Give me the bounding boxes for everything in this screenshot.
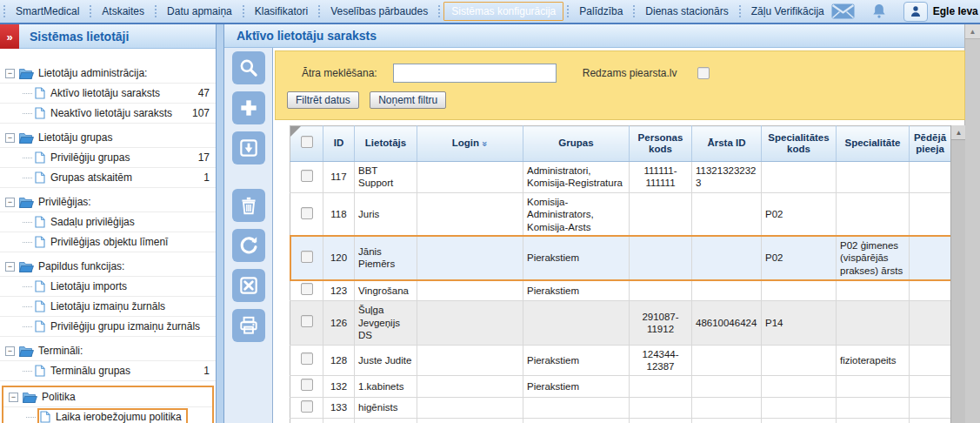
- table-row[interactable]: 128Juste JuditePierakstiem124344-12387fi…: [290, 345, 951, 376]
- bell-icon[interactable]: [870, 3, 888, 20]
- tree-item-akt-vo-lietot-ju-saraksts[interactable]: Aktīvo lietotāju saraksts47: [0, 84, 216, 104]
- delete-button[interactable]: [232, 189, 265, 222]
- splitter[interactable]: [216, 24, 224, 423]
- tree-folder-termin-li[interactable]: −Termināli:: [0, 341, 216, 361]
- table-row[interactable]: 1321.kabinetsPierakstiem: [290, 376, 951, 397]
- column-header-specialit-te[interactable]: Specialitāte: [837, 126, 910, 162]
- tree-item-sada-u-privil-ijas[interactable]: Sadaļu privilēģijas: [0, 212, 216, 232]
- export-button[interactable]: [232, 269, 265, 302]
- select-all-checkbox[interactable]: [301, 136, 313, 148]
- tree-folder-papildus-funkcijas[interactable]: −Papildus funkcijas:: [0, 257, 216, 277]
- refresh-icon: [237, 234, 260, 257]
- menu-item-pal-dz-ba[interactable]: Palīdzība: [572, 3, 630, 20]
- add-button[interactable]: [232, 91, 265, 124]
- menu-item-dienas-stacion-rs[interactable]: Dienas stacionārs: [638, 3, 735, 20]
- row-checkbox[interactable]: [301, 379, 313, 391]
- remove-filter-button[interactable]: Noņemt filtru: [370, 91, 446, 109]
- row-select-cell: [290, 301, 323, 345]
- cell-arsta_id: [692, 345, 762, 376]
- main-scrollbar[interactable]: ▲: [964, 24, 980, 423]
- column-header-specialit-tes-kods[interactable]: Specialitātes kods: [762, 126, 837, 162]
- table-row[interactable]: 123VingrošanaPierakstiem: [290, 280, 951, 301]
- tree-item-neakt-vo-lietot-ju-saraksts[interactable]: Neaktīvo lietotāju saraksts107: [0, 104, 216, 124]
- collapse-expander-icon[interactable]: −: [5, 262, 15, 272]
- column-label: Login: [452, 138, 479, 148]
- search-button[interactable]: [232, 51, 265, 84]
- column-header-id[interactable]: ID: [323, 126, 355, 162]
- tree-folder-politika[interactable]: −Politika: [3, 387, 212, 407]
- cell-grupas: Komisija-Administrators, Komisija-Arsts: [523, 192, 630, 236]
- mail-icon[interactable]: [831, 3, 855, 19]
- tree-item-privil-iju-grupu-izmai-u-urn-ls[interactable]: Privilēģiju grupu izmaiņu žurnāls: [0, 317, 216, 337]
- row-checkbox[interactable]: [301, 352, 313, 365]
- tree-folder-lietot-ju-administr-cija[interactable]: −Lietotāju administrācija:: [0, 64, 216, 84]
- tree-folder-lietot-ju-grupas[interactable]: −Lietotāju grupas: [0, 128, 216, 148]
- column-header-login[interactable]: Login»: [417, 126, 523, 162]
- sidebar-collapse-button[interactable]: »: [0, 24, 19, 49]
- tree-item-lietot-ju-imports[interactable]: Lietotāju imports: [0, 277, 216, 297]
- tree-item-privil-ijas-objektu-l-men[interactable]: Privilēģijas objektu līmenī: [0, 232, 216, 252]
- table-row[interactable]: 133higēnists: [290, 397, 951, 418]
- row-checkbox[interactable]: [301, 207, 313, 219]
- column-header-lietot-js[interactable]: Lietotājs: [355, 126, 417, 162]
- refresh-button[interactable]: [232, 229, 265, 262]
- filter-button[interactable]: Filtrēt datus: [287, 91, 359, 109]
- cell-personas_kods: [630, 280, 692, 301]
- page-icon: [35, 365, 45, 377]
- tree-guide-line: [23, 242, 32, 243]
- menu-item-atskaites[interactable]: Atskaites: [95, 3, 151, 20]
- scroll-up-icon[interactable]: ▲: [965, 24, 980, 39]
- user-button[interactable]: [903, 2, 928, 22]
- collapse-expander-icon[interactable]: −: [5, 198, 15, 207]
- row-checkbox[interactable]: [301, 315, 313, 327]
- tree-item-termin-lu-grupas[interactable]: Terminālu grupas1: [0, 361, 216, 381]
- row-checkbox[interactable]: [301, 170, 313, 182]
- cell-login: [417, 419, 523, 423]
- collapse-expander-icon[interactable]: −: [9, 393, 18, 402]
- row-select-cell: [290, 162, 323, 193]
- menu-item-z-u-verifik-cija[interactable]: Zāļu Verifikācija: [744, 3, 831, 20]
- cell-specialitate: [837, 301, 910, 345]
- cell-pedeja_pieeja: [910, 419, 951, 423]
- tree-item-laika-ierobe-ojumu-politika[interactable]: Laika ierobežojumu politika: [3, 407, 212, 423]
- collapse-expander-icon[interactable]: −: [5, 133, 15, 143]
- column-header-personas-kods[interactable]: Personas kods: [630, 126, 692, 162]
- menu-item-vesel-bas-p-rbaudes[interactable]: Veselības pārbaudes: [323, 3, 435, 20]
- print-button[interactable]: [232, 309, 265, 342]
- tree-folder-privil-ijas[interactable]: −Privilēģijas:: [0, 192, 216, 212]
- row-checkbox[interactable]: [301, 251, 313, 263]
- collapse-expander-icon[interactable]: −: [5, 69, 15, 78]
- cell-id: 118: [323, 192, 355, 236]
- table-row[interactable]: 120Jānis PiemērsPierakstiemP02P02 ģimene…: [290, 236, 951, 279]
- menu-item-sist-mas-konfigur-cija[interactable]: Sistēmas konfigurācija: [443, 2, 563, 21]
- table-row[interactable]: 117BBT SupportAdministratori, Komisija-R…: [290, 162, 951, 193]
- menu-item-smartmedical[interactable]: SmartMedical: [9, 3, 86, 20]
- quick-search-input[interactable]: [393, 64, 557, 83]
- table-scrollbar[interactable]: ▲: [950, 125, 965, 423]
- menu-item-klasifikatori[interactable]: Klasifikatori: [248, 3, 315, 20]
- import-button[interactable]: [232, 131, 265, 164]
- scroll-up-icon[interactable]: ▲: [951, 125, 965, 140]
- menu-item-datu-apmai-a[interactable]: Datu apmaiņa: [160, 3, 239, 20]
- tree-item-grupas-atskait-m[interactable]: Grupas atskaitēm1: [0, 168, 216, 188]
- row-checkbox[interactable]: [301, 283, 313, 295]
- table-row[interactable]: 141Grigors Oļegs020966-1020845410008874P…: [290, 419, 951, 423]
- column-header-rsta-id[interactable]: Ārsta ID: [692, 126, 762, 162]
- select-all-header[interactable]: [290, 126, 323, 162]
- tree-item-lietot-ju-izmai-u-urn-ls[interactable]: Lietotāju izmaiņu žurnāls: [0, 297, 216, 317]
- visible-piearsta-checkbox[interactable]: [697, 67, 710, 79]
- table-row[interactable]: 118JurisKomisija-Administrators, Komisij…: [290, 192, 951, 236]
- row-checkbox[interactable]: [301, 400, 313, 413]
- table-row[interactable]: 126Šuļga Jevgeņijs DS291087-119124861004…: [290, 301, 951, 345]
- collapse-expander-icon[interactable]: −: [5, 346, 15, 356]
- folder-icon: [19, 261, 34, 272]
- folder-icon: [23, 392, 37, 403]
- filter-panel: Ātra meklēšana: Redzams piearsta.lv Filt…: [275, 50, 965, 120]
- menu-separator: [318, 5, 320, 17]
- column-header-grupas[interactable]: Grupas: [523, 126, 630, 162]
- tree-item-privil-iju-grupas[interactable]: Privilēģiju grupas17: [0, 148, 216, 168]
- tree-folder-label: Papildus funkcijas:: [38, 260, 124, 272]
- column-header-p-d-j-pieeja[interactable]: Pēdējā pieeja: [910, 126, 951, 162]
- tree-item-count: 17: [198, 151, 216, 164]
- menu-separator: [567, 5, 569, 17]
